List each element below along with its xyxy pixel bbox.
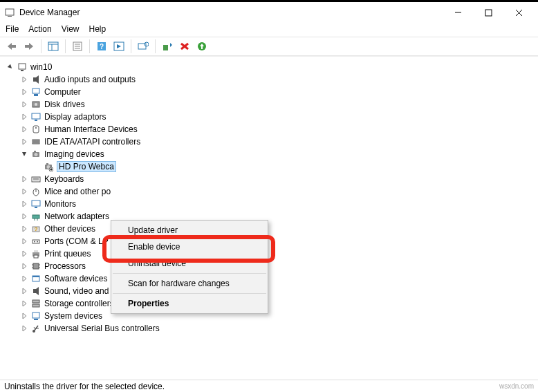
action-button[interactable] bbox=[111, 39, 127, 54]
uninstall-button[interactable] bbox=[177, 39, 192, 54]
tree-node-label: Human Interface Devices bbox=[44, 124, 138, 134]
expand-icon[interactable] bbox=[19, 286, 29, 296]
svg-rect-93 bbox=[33, 276, 39, 277]
expand-icon[interactable] bbox=[19, 261, 29, 271]
tree-node[interactable]: ?Other devices bbox=[3, 223, 535, 235]
tree-node[interactable]: Monitors bbox=[3, 198, 535, 210]
tree-node-label: Imaging devices bbox=[44, 149, 104, 159]
expand-icon[interactable] bbox=[19, 299, 29, 308]
svg-rect-71 bbox=[33, 215, 39, 218]
expand-icon[interactable] bbox=[19, 274, 29, 283]
tree-node[interactable]: Software devices bbox=[3, 272, 535, 285]
tree-node[interactable]: Disk drives bbox=[3, 98, 535, 111]
svg-point-46 bbox=[35, 127, 37, 129]
expand-icon[interactable] bbox=[19, 236, 29, 246]
toolbar: ? bbox=[0, 37, 538, 56]
svg-rect-7 bbox=[12, 45, 16, 48]
svg-rect-68 bbox=[32, 200, 40, 206]
expand-icon[interactable] bbox=[19, 75, 29, 84]
scan-hardware-button[interactable] bbox=[136, 39, 151, 54]
tree-node[interactable]: Processors bbox=[3, 260, 535, 272]
svg-rect-36 bbox=[33, 88, 39, 93]
expand-icon[interactable] bbox=[19, 124, 29, 134]
expand-icon[interactable] bbox=[19, 112, 29, 122]
nav-forward-button[interactable] bbox=[21, 39, 37, 54]
svg-rect-48 bbox=[33, 140, 39, 144]
close-button[interactable] bbox=[503, 2, 534, 23]
expand-icon[interactable] bbox=[19, 311, 29, 321]
expand-icon[interactable] bbox=[19, 212, 29, 221]
svg-marker-85 bbox=[23, 263, 26, 269]
expand-icon[interactable] bbox=[19, 324, 29, 333]
expand-icon[interactable] bbox=[19, 137, 29, 147]
menu-action[interactable]: Action bbox=[28, 24, 51, 34]
tree-node-label: Processors bbox=[44, 261, 86, 271]
maximize-button[interactable] bbox=[473, 2, 503, 23]
tree-child-node[interactable]: HD Pro Webca bbox=[3, 160, 535, 173]
expand-icon[interactable] bbox=[19, 249, 29, 259]
expand-icon[interactable] bbox=[19, 199, 29, 209]
toolbar-separator bbox=[89, 39, 90, 53]
tree-node[interactable]: Imaging devices bbox=[3, 148, 535, 160]
tree-node[interactable]: System devices bbox=[3, 310, 535, 322]
tree-node-label: Mice and other po bbox=[44, 187, 111, 196]
ctx-separator bbox=[113, 293, 266, 294]
help-button[interactable]: ? bbox=[94, 39, 109, 54]
ports-icon bbox=[30, 236, 41, 247]
tree-node-label: System devices bbox=[44, 311, 102, 321]
tree-node-label: Universal Serial Bus controllers bbox=[44, 324, 160, 333]
device-tree[interactable]: win10 Audio inputs and outputsComputerDi… bbox=[0, 56, 538, 381]
print-icon bbox=[30, 248, 41, 259]
other-icon: ? bbox=[30, 223, 41, 234]
tree-node[interactable]: Universal Serial Bus controllers bbox=[3, 322, 535, 335]
status-text: Uninstalls the driver for the selected d… bbox=[4, 382, 165, 391]
tree-node[interactable]: Computer bbox=[3, 86, 535, 98]
expand-icon[interactable] bbox=[19, 187, 29, 196]
tree-node[interactable]: Human Interface Devices bbox=[3, 123, 535, 136]
ctx-scan-hardware[interactable]: Scan for hardware changes bbox=[113, 275, 266, 292]
disk-icon bbox=[30, 99, 41, 110]
menu-help[interactable]: Help bbox=[89, 24, 106, 34]
toolbar-separator bbox=[155, 39, 156, 53]
menu-view[interactable]: View bbox=[62, 24, 80, 34]
tree-node[interactable]: Keyboards bbox=[3, 173, 535, 185]
tree-node[interactable]: Storage controllers bbox=[3, 297, 535, 310]
tree-node[interactable]: Sound, video and game controllers bbox=[3, 285, 535, 297]
tree-node[interactable]: Mice and other po bbox=[3, 185, 535, 198]
tree-root[interactable]: win10 bbox=[3, 61, 535, 73]
expand-icon[interactable] bbox=[19, 87, 29, 97]
tree-node[interactable]: Network adapters bbox=[3, 210, 535, 223]
expand-icon[interactable] bbox=[19, 224, 29, 234]
show-hide-tree-button[interactable] bbox=[46, 39, 61, 54]
svg-marker-81 bbox=[23, 251, 26, 256]
tree-node-label: Software devices bbox=[44, 274, 107, 283]
tree-node[interactable]: IDE ATA/ATAPI controllers bbox=[3, 136, 535, 148]
tree-node[interactable]: Audio inputs and outputs bbox=[3, 73, 535, 86]
enable-device-button[interactable] bbox=[160, 39, 175, 54]
minimize-button[interactable] bbox=[443, 2, 473, 23]
ctx-uninstall-device[interactable]: Uninstall device bbox=[113, 255, 266, 272]
menu-file[interactable]: File bbox=[6, 24, 19, 34]
properties-button[interactable] bbox=[70, 39, 85, 54]
tree-node[interactable]: Display adaptors bbox=[3, 111, 535, 123]
context-menu: Update driver Enable device Uninstall de… bbox=[111, 220, 268, 314]
window-title: Device Manager bbox=[19, 8, 443, 17]
ctx-update-driver[interactable]: Update driver bbox=[113, 222, 266, 239]
tree-node-label: Audio inputs and outputs bbox=[44, 75, 136, 84]
expand-icon[interactable] bbox=[6, 62, 15, 72]
expand-icon[interactable] bbox=[19, 174, 29, 184]
expand-icon[interactable] bbox=[19, 100, 29, 109]
collapse-icon[interactable] bbox=[19, 149, 29, 159]
tree-node-label: Computer bbox=[44, 87, 81, 97]
update-driver-button[interactable] bbox=[194, 39, 210, 54]
svg-rect-86 bbox=[33, 263, 39, 269]
ctx-properties[interactable]: Properties bbox=[113, 295, 266, 312]
ctx-enable-device[interactable]: Enable device bbox=[113, 239, 266, 255]
tree-node-label: Display adaptors bbox=[44, 112, 106, 122]
tree-node[interactable]: Ports (COM & LP bbox=[3, 235, 535, 248]
computer-root-icon bbox=[17, 62, 28, 73]
nav-back-button[interactable] bbox=[4, 39, 19, 54]
svg-marker-74 bbox=[23, 226, 26, 232]
tree-node[interactable]: Print queues bbox=[3, 248, 535, 260]
tree-node-label: Ports (COM & LP bbox=[44, 236, 109, 246]
